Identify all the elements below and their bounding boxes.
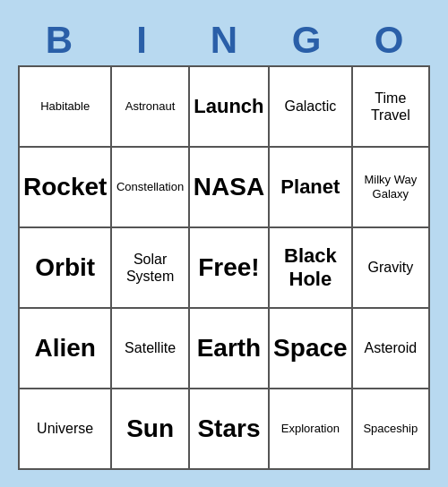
header-letter: B — [18, 17, 100, 65]
cell-text: Stars — [197, 414, 260, 444]
cell-text: Planet — [280, 175, 340, 199]
header-letter: G — [265, 17, 348, 65]
bingo-cell: Exploration — [270, 389, 353, 470]
cell-text: Habitable — [40, 99, 90, 114]
bingo-cell: Asteroid — [353, 309, 430, 389]
header-letter: I — [100, 17, 183, 65]
bingo-cell: Constellation — [112, 148, 189, 228]
header-letter: O — [348, 17, 430, 65]
cell-text: Rocket — [23, 172, 107, 202]
cell-text: Sun — [126, 414, 174, 444]
bingo-cell: Universe — [20, 389, 112, 470]
cell-text: Solar System — [116, 251, 184, 285]
cell-text: Constellation — [116, 180, 184, 194]
bingo-grid: HabitableAstronautLaunchGalacticTime Tra… — [18, 65, 430, 470]
cell-text: Milky Way Galaxy — [357, 173, 425, 201]
bingo-cell: Spaceship — [353, 389, 430, 470]
bingo-cell: Galactic — [270, 67, 353, 148]
bingo-cell: Habitable — [20, 67, 112, 148]
bingo-cell: Satellite — [112, 309, 189, 389]
bingo-cell: Sun — [112, 389, 189, 470]
cell-text: Gravity — [367, 259, 413, 276]
cell-text: Satellite — [125, 339, 176, 356]
bingo-header: BINGO — [18, 17, 430, 65]
bingo-cell: Solar System — [112, 228, 189, 309]
cell-text: Space — [273, 333, 348, 363]
cell-text: Galactic — [284, 98, 336, 115]
header-letter: N — [183, 17, 265, 65]
cell-text: Universe — [37, 420, 93, 437]
bingo-cell: Black Hole — [270, 228, 353, 309]
bingo-cell: Alien — [20, 309, 112, 389]
cell-text: Alien — [34, 333, 95, 363]
cell-text: NASA — [194, 172, 264, 202]
bingo-cell: Planet — [270, 148, 353, 228]
bingo-cell: Orbit — [20, 228, 112, 309]
cell-text: Asteroid — [364, 339, 417, 356]
bingo-cell: Launch — [190, 67, 270, 148]
cell-text: Orbit — [35, 252, 95, 283]
cell-text: Launch — [194, 95, 263, 118]
cell-text: Black Hole — [273, 244, 348, 292]
cell-text: Free! — [198, 252, 259, 283]
bingo-cell: Time Travel — [353, 67, 430, 148]
bingo-cell: Earth — [190, 309, 270, 389]
bingo-cell: Milky Way Galaxy — [353, 148, 430, 228]
cell-text: Exploration — [281, 422, 340, 436]
cell-text: Time Travel — [357, 90, 425, 124]
bingo-cell: Astronaut — [112, 67, 189, 148]
cell-text: Spaceship — [363, 422, 418, 436]
cell-text: Earth — [197, 333, 262, 363]
bingo-card: BINGO HabitableAstronautLaunchGalacticTi… — [9, 8, 439, 479]
bingo-cell: NASA — [190, 148, 270, 228]
bingo-cell: Rocket — [20, 148, 112, 228]
cell-text: Astronaut — [125, 99, 176, 114]
bingo-cell: Stars — [190, 389, 270, 470]
bingo-cell: Gravity — [353, 228, 430, 309]
bingo-cell: Space — [270, 309, 353, 389]
bingo-cell: Free! — [190, 228, 270, 309]
